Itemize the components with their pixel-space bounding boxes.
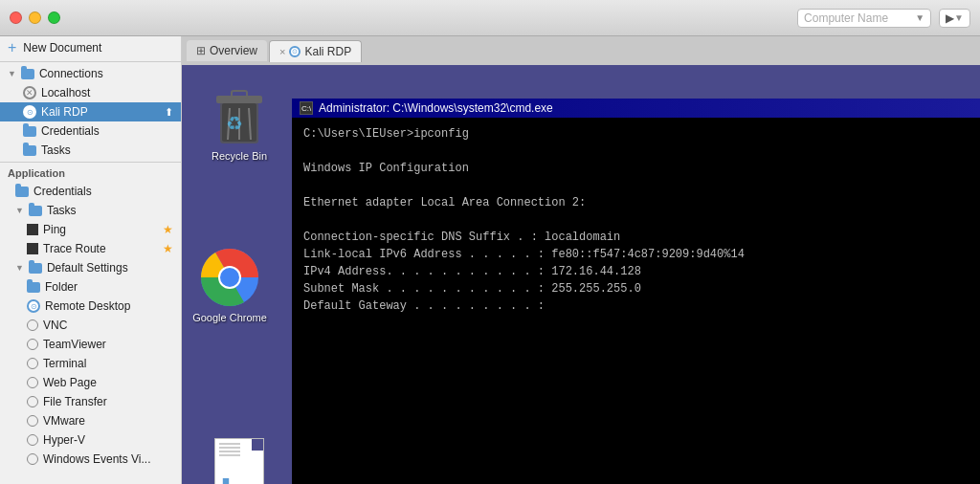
grid-icon: ⊞ — [196, 44, 206, 57]
new-document-label: New Document — [23, 41, 101, 55]
tasks-label: Tasks — [41, 143, 71, 157]
sidebar-item-teamviewer[interactable]: TeamViewer — [0, 335, 181, 354]
cmd-line7: Connection-specific DNS Suffix . : local… — [303, 229, 969, 246]
cmd-body[interactable]: C:\Users\IEUser>ipconfig Windows IP Conf… — [292, 118, 980, 484]
sidebar-item-remote-desktop[interactable]: ⊙ Remote Desktop — [0, 297, 181, 316]
play-button[interactable]: ▶ ▼ — [939, 9, 970, 28]
star-icon-ping: ★ — [163, 223, 173, 236]
sidebar-item-trace-route[interactable]: Trace Route ★ — [0, 239, 181, 258]
application-section-label: Application — [8, 167, 65, 179]
folder-icon-sub — [27, 282, 40, 293]
tab-overview[interactable]: ⊞ Overview — [187, 40, 267, 61]
main-layout: + New Document ▼ Connections ✕ Localhost… — [0, 36, 980, 484]
overview-tab-label: Overview — [210, 44, 257, 57]
vnc-icon — [27, 319, 38, 331]
ping-label: Ping — [43, 223, 66, 236]
windows-events-label: Windows Events Vi... — [43, 452, 151, 466]
vnc-label: VNC — [43, 319, 67, 332]
tasks-triangle: ▼ — [15, 206, 24, 215]
kali-rdp-tab-label: Kali RDP — [304, 45, 351, 58]
sidebar-item-windows-events[interactable]: Windows Events Vi... — [0, 450, 181, 469]
close-button[interactable] — [10, 11, 22, 24]
cmd-titlebar: C:\ Administrator: C:\Windows\system32\c… — [292, 99, 980, 118]
cmd-line11: Default Gateway . . . . . . . . . : — [303, 297, 969, 315]
remote-desktop-icon: ⊙ — [27, 299, 40, 313]
remote-desktop-label: Remote Desktop — [45, 299, 130, 313]
desktop-icon-recycle-bin[interactable]: ♻ Recycle Bin — [201, 84, 278, 162]
cmd-line5: Ethernet adapter Local Area Connection 2… — [303, 194, 969, 211]
sidebar-item-credentials[interactable]: Credentials — [0, 121, 181, 141]
default-settings-label: Default Settings — [47, 261, 128, 275]
sidebar-item-terminal[interactable]: Terminal — [0, 354, 181, 373]
sidebar-item-kali-rdp[interactable]: ⊙ Kali RDP ⬆ — [0, 102, 181, 121]
play-dropdown-icon: ▼ — [954, 12, 964, 23]
ping-icon — [27, 224, 38, 235]
sidebar-item-app-credentials[interactable]: Credentials — [0, 182, 181, 201]
sidebar-item-connections[interactable]: ▼ Connections — [0, 64, 181, 83]
triangle-down-icon: ▼ — [8, 69, 16, 78]
folder-icon — [21, 69, 34, 79]
localhost-label: Localhost — [41, 86, 90, 99]
cmd-line9: IPv4 Address. . . . . . . . . . . : 172.… — [303, 263, 969, 280]
sidebar-item-tasks[interactable]: Tasks — [0, 141, 181, 160]
desktop-icon-eula[interactable]: eula — [201, 438, 278, 484]
content-area: ⊞ Overview × ⊙ Kali RDP — [182, 36, 980, 484]
desktop-area: ♻ Recycle Bin Google Chro — [182, 65, 980, 484]
sidebar-item-web-page[interactable]: Web Page — [0, 373, 181, 392]
computer-name-dropdown[interactable]: Computer Name ▼ — [797, 9, 931, 28]
sidebar-item-vnc[interactable]: VNC — [0, 316, 181, 335]
chevron-down-icon: ▼ — [915, 12, 924, 23]
desktop-icon-chrome[interactable]: Google Chrome — [191, 247, 268, 323]
folder-icon-default-settings — [29, 263, 42, 274]
maximize-button[interactable] — [48, 11, 60, 24]
cmd-line3: Windows IP Configuration — [303, 160, 969, 177]
chrome-label: Google Chrome — [192, 312, 267, 323]
titlebar-right: Computer Name ▼ ▶ ▼ — [797, 9, 970, 28]
app-tasks-label: Tasks — [47, 204, 77, 217]
eula-line4 — [219, 454, 252, 456]
vmware-icon — [27, 415, 38, 427]
cmd-icon: C:\ — [300, 101, 313, 115]
star-icon-trace: ★ — [163, 242, 173, 255]
svg-text:♻: ♻ — [226, 113, 243, 134]
cmd-line4 — [303, 177, 969, 194]
eula-line3 — [219, 451, 252, 452]
teamviewer-icon — [27, 339, 38, 350]
sidebar-item-hyper-v[interactable]: Hyper-V — [0, 430, 181, 450]
folder-icon-credentials — [23, 126, 36, 137]
eula-line1 — [219, 443, 252, 445]
sidebar-item-ping[interactable]: Ping ★ — [0, 220, 181, 239]
computer-name-label: Computer Name — [804, 11, 911, 25]
folder-icon-app-credentials — [15, 187, 29, 197]
trace-route-label: Trace Route — [43, 242, 106, 255]
upload-icon: ⬆ — [165, 106, 173, 119]
cmd-line2 — [303, 143, 969, 160]
minimize-button[interactable] — [29, 11, 41, 24]
cmd-line1: C:\Users\IEUser>ipconfig — [303, 125, 969, 143]
connections-label: Connections — [39, 67, 103, 80]
recycle-bin-svg: ♻ — [212, 84, 266, 146]
circle-x-icon: ✕ — [23, 86, 36, 99]
divider2 — [0, 162, 181, 163]
tab-close-icon[interactable]: × — [279, 46, 285, 57]
chrome-svg — [199, 247, 260, 308]
sidebar-item-file-transfer[interactable]: File Transfer — [0, 392, 181, 411]
sidebar-item-localhost[interactable]: ✕ Localhost — [0, 83, 181, 102]
web-page-label: Web Page — [43, 376, 97, 389]
play-icon: ▶ — [946, 11, 954, 25]
cmd-title-text: Administrator: C:\Windows\system32\cmd.e… — [319, 101, 553, 115]
sidebar-item-default-settings[interactable]: ▼ Default Settings — [0, 258, 181, 277]
sidebar-item-app-tasks[interactable]: ▼ Tasks — [0, 201, 181, 220]
tab-kali-rdp[interactable]: × ⊙ Kali RDP — [269, 40, 362, 62]
kali-icon: ⊙ — [23, 105, 36, 119]
sidebar-item-new-document[interactable]: + New Document — [0, 36, 181, 59]
sidebar-item-folder[interactable]: Folder — [0, 277, 181, 297]
folder-icon-tasks — [23, 145, 36, 156]
sidebar: + New Document ▼ Connections ✕ Localhost… — [0, 36, 182, 484]
window-controls — [10, 11, 60, 24]
terminal-icon — [27, 358, 38, 369]
windows-events-icon — [27, 453, 38, 465]
sidebar-item-vmware[interactable]: VMware — [0, 411, 181, 430]
svg-point-10 — [220, 268, 239, 287]
teamviewer-label: TeamViewer — [43, 338, 106, 351]
